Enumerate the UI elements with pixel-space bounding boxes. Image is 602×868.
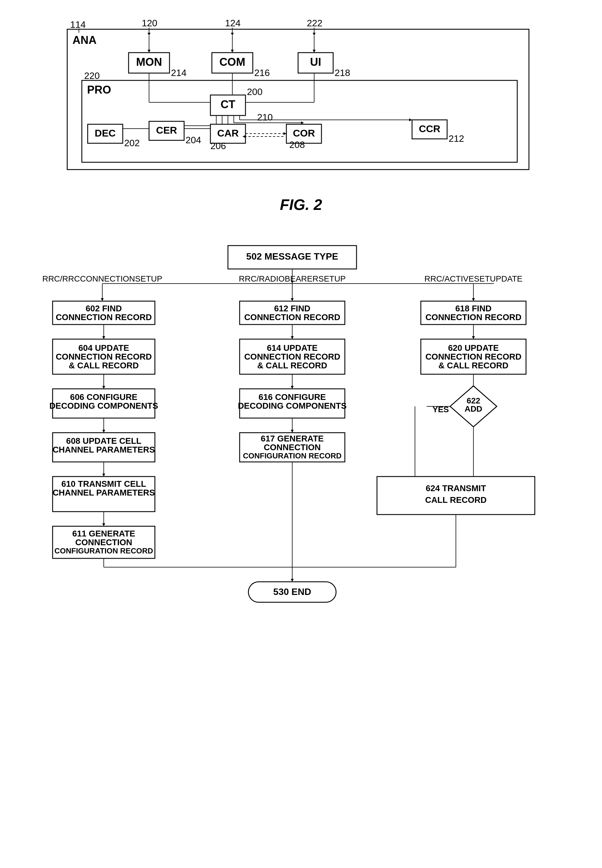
svg-text:COM: COM [220,56,246,68]
svg-text:206: 206 [210,141,226,151]
svg-text:616 CONFIGURE: 616 CONFIGURE [259,392,326,402]
svg-text:212: 212 [448,133,464,144]
svg-text:CER: CER [156,125,177,135]
svg-text:120: 120 [142,18,157,28]
fig6-diagram: 502 MESSAGE TYPE RRC/RRCCONNECTIONSETUP … [38,237,564,868]
svg-text:208: 208 [289,140,305,150]
svg-text:124: 124 [225,18,241,28]
svg-text:PRO: PRO [87,84,111,96]
svg-text:DECODING COMPONENTS: DECODING COMPONENTS [238,401,347,411]
svg-marker-22 [313,33,316,36]
svg-text:DEC: DEC [95,128,116,139]
svg-text:ANA: ANA [72,34,97,46]
svg-text:618 FIND: 618 FIND [455,304,491,313]
svg-text:DECODING COMPONENTS: DECODING COMPONENTS [49,401,158,411]
svg-text:202: 202 [124,138,140,148]
svg-text:CALL RECORD: CALL RECORD [425,495,487,505]
svg-text:617 GENERATE: 617 GENERATE [261,434,324,443]
svg-text:604 UPDATE: 604 UPDATE [78,343,129,352]
svg-text:CT: CT [221,98,235,111]
fig6-container: 502 MESSAGE TYPE RRC/RRCCONNECTIONSETUP … [38,237,564,868]
svg-text:606 CONFIGURE: 606 CONFIGURE [70,392,137,402]
svg-text:& CALL RECORD: & CALL RECORD [438,361,508,370]
svg-text:220: 220 [84,71,100,81]
fig2-container: ANA 114 120 MON 214 124 COM 216 [52,17,550,214]
fig2-diagram: ANA 114 120 MON 214 124 COM 216 [52,17,550,187]
svg-text:CONNECTION RECORD: CONNECTION RECORD [425,352,522,361]
svg-text:UI: UI [310,56,321,68]
branch2-label: RRC/RADIOBEARERSETUP [239,274,346,283]
svg-text:& CALL RECORD: & CALL RECORD [69,361,139,370]
svg-text:CHANNEL PARAMETERS: CHANNEL PARAMETERS [52,488,155,497]
svg-text:CONNECTION RECORD: CONNECTION RECORD [244,352,341,361]
svg-text:CHANNEL PARAMETERS: CHANNEL PARAMETERS [52,445,155,454]
svg-text:CONNECTION RECORD: CONNECTION RECORD [56,352,152,361]
svg-text:204: 204 [186,135,201,145]
svg-text:CONFIGURATION RECORD: CONFIGURATION RECORD [243,451,342,460]
svg-text:610 TRANSMIT CELL: 610 TRANSMIT CELL [61,479,146,488]
svg-text:210: 210 [257,112,273,123]
svg-text:CONNECTION: CONNECTION [75,538,132,547]
svg-text:612 FIND: 612 FIND [274,304,310,313]
page: ANA 114 120 MON 214 124 COM 216 [0,0,602,868]
svg-text:& CALL RECORD: & CALL RECORD [257,361,327,370]
svg-text:622: 622 [467,396,481,405]
svg-text:CONNECTION RECORD: CONNECTION RECORD [425,312,522,322]
svg-text:CCR: CCR [419,123,441,134]
svg-marker-14 [231,33,234,36]
branch3-label: RRC/ACTIVESETUPDATE [424,274,522,283]
svg-marker-6 [147,33,150,36]
svg-text:CONNECTION: CONNECTION [264,443,321,452]
svg-text:COR: COR [293,128,315,139]
svg-text:620 UPDATE: 620 UPDATE [448,343,499,352]
svg-text:530 END: 530 END [273,586,311,597]
svg-text:CONNECTION RECORD: CONNECTION RECORD [244,312,341,322]
svg-text:CONNECTION RECORD: CONNECTION RECORD [56,312,152,322]
svg-text:214: 214 [171,68,186,78]
svg-text:ADD: ADD [465,404,482,413]
svg-text:216: 216 [254,68,270,78]
svg-text:MON: MON [136,56,162,68]
svg-text:222: 222 [307,18,322,28]
svg-rect-28 [82,80,517,162]
svg-text:608 UPDATE CELL: 608 UPDATE CELL [66,436,141,446]
fig2-title: FIG. 2 [52,196,550,214]
svg-text:611 GENERATE: 611 GENERATE [72,529,135,538]
branch1-label: RRC/RRCCONNECTIONSETUP [42,274,163,283]
svg-text:114: 114 [70,19,86,30]
svg-text:200: 200 [247,86,263,97]
svg-text:CAR: CAR [217,128,239,139]
svg-text:218: 218 [335,68,350,78]
svg-text:CONFIGURATION RECORD: CONFIGURATION RECORD [54,546,153,555]
svg-text:624 TRANSMIT: 624 TRANSMIT [426,483,486,493]
node-502: 502 MESSAGE TYPE [246,251,338,262]
svg-text:602 FIND: 602 FIND [86,304,122,313]
svg-text:614 UPDATE: 614 UPDATE [267,343,318,352]
